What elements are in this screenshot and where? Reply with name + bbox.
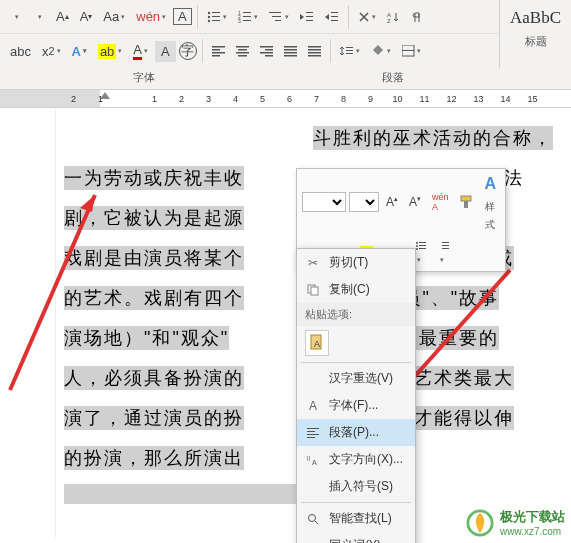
search-icon <box>305 513 321 525</box>
shading-button[interactable] <box>367 42 395 60</box>
enclose-char-button[interactable]: 字 <box>179 42 197 60</box>
decrease-indent-button[interactable] <box>296 8 318 26</box>
svg-rect-37 <box>284 52 297 54</box>
menu-insert-symbol[interactable]: 插入符号(S) <box>297 473 415 500</box>
style-name-label: 标题 <box>500 34 571 49</box>
menu-separator <box>301 502 411 503</box>
style-gallery-item[interactable]: AaBbC 标题 <box>499 0 571 68</box>
paste-options-header: 粘贴选项: <box>297 303 415 326</box>
align-center-button[interactable] <box>232 43 253 60</box>
separator <box>202 39 203 63</box>
watermark-text: 极光下载站 <box>500 508 565 526</box>
menu-smart-lookup[interactable]: 智能查找(L) <box>297 505 415 532</box>
asian-layout-button[interactable] <box>354 8 380 26</box>
svg-rect-33 <box>260 52 273 54</box>
menu-hanzi-reselect[interactable]: 汉字重选(V) <box>297 365 415 392</box>
clear-formatting-button[interactable]: abc <box>6 41 35 62</box>
menu-text-direction[interactable]: ||A文字方向(X)... <box>297 446 415 473</box>
mini-shrink-font[interactable]: A▾ <box>405 192 425 212</box>
paste-keep-text-icon[interactable]: A <box>305 330 329 356</box>
svg-rect-24 <box>212 49 220 51</box>
menu-separator <box>301 362 411 363</box>
paragraph-lines-icon <box>305 428 321 438</box>
paragraph-group-label: 段落 <box>288 70 498 85</box>
svg-text:3: 3 <box>238 18 241 23</box>
char-shading-button[interactable]: A <box>155 41 176 62</box>
font-color-button[interactable]: A <box>129 39 152 63</box>
align-justify-button[interactable] <box>280 43 301 60</box>
multilevel-list-button[interactable] <box>265 8 293 26</box>
svg-rect-51 <box>419 242 426 243</box>
svg-rect-16 <box>306 16 313 17</box>
svg-text:A: A <box>314 339 320 349</box>
svg-rect-39 <box>308 46 321 48</box>
align-distribute-button[interactable] <box>304 43 325 60</box>
menu-synonyms[interactable]: 同义词(Y)▸ <box>297 532 415 543</box>
svg-rect-15 <box>306 12 313 13</box>
svg-text:Z: Z <box>387 18 391 23</box>
mini-styles-label: 样式 <box>485 201 495 230</box>
bullets-button[interactable] <box>203 8 231 26</box>
svg-rect-27 <box>236 46 249 48</box>
watermark-logo-icon <box>466 509 494 537</box>
separator <box>197 5 198 29</box>
sort-button[interactable]: AZ <box>383 8 403 26</box>
font-group-label: 字体 <box>0 70 288 85</box>
svg-rect-32 <box>265 49 273 51</box>
mini-format-painter[interactable] <box>455 192 477 212</box>
svg-rect-13 <box>272 16 281 17</box>
svg-rect-38 <box>284 55 297 57</box>
menu-font[interactable]: A字体(F)... <box>297 392 415 419</box>
svg-rect-42 <box>308 55 321 57</box>
svg-rect-1 <box>212 12 220 13</box>
svg-rect-34 <box>265 55 273 57</box>
mini-phonetic[interactable]: wénA <box>428 189 453 215</box>
font-size-dropdown[interactable] <box>29 10 49 24</box>
watermark: 极光下载站 www.xz7.com <box>466 508 565 537</box>
svg-rect-41 <box>308 52 321 54</box>
strikethrough-button[interactable]: x2 <box>38 41 65 62</box>
svg-rect-66 <box>307 437 315 438</box>
svg-rect-12 <box>269 12 281 13</box>
char-border-button[interactable]: A <box>173 8 192 25</box>
grow-font-button[interactable]: A▴ <box>52 6 73 27</box>
svg-text:||: || <box>307 455 311 461</box>
svg-rect-18 <box>331 12 338 13</box>
align-right-button[interactable] <box>256 43 277 60</box>
change-case-button[interactable]: Aa <box>99 6 129 27</box>
svg-rect-53 <box>419 245 426 246</box>
numbering-button[interactable]: 123 <box>234 8 262 26</box>
mini-styles-button[interactable]: A <box>480 172 500 196</box>
svg-rect-9 <box>243 16 251 17</box>
menu-cut[interactable]: ✂剪切(T) <box>297 249 415 276</box>
line-spacing-button[interactable] <box>336 42 364 60</box>
svg-rect-47 <box>402 50 414 51</box>
text-effects-button[interactable]: A <box>68 41 91 62</box>
highlight-button[interactable]: ab <box>94 41 126 62</box>
align-left-button[interactable] <box>208 43 229 60</box>
menu-copy[interactable]: 复制(C) <box>297 276 415 303</box>
increase-indent-button[interactable] <box>321 8 343 26</box>
mini-font-size[interactable] <box>349 192 379 212</box>
svg-rect-17 <box>306 20 313 21</box>
show-marks-button[interactable] <box>406 8 426 26</box>
svg-rect-57 <box>442 245 449 246</box>
mini-font-family[interactable] <box>302 192 346 212</box>
mini-numbering[interactable] <box>434 238 454 268</box>
phonetic-guide-button[interactable]: wén <box>132 6 170 27</box>
menu-paragraph[interactable]: 段落(P)... <box>297 419 415 446</box>
svg-rect-65 <box>307 434 319 435</box>
text-direction-icon: ||A <box>305 454 321 466</box>
svg-rect-20 <box>331 20 338 21</box>
svg-rect-23 <box>212 46 225 48</box>
borders-button[interactable] <box>398 42 425 60</box>
shrink-font-button[interactable]: A▾ <box>76 6 97 27</box>
svg-rect-28 <box>238 49 247 51</box>
svg-rect-63 <box>307 428 319 429</box>
horizontal-ruler[interactable]: 21123456789101112131415 <box>0 90 571 108</box>
svg-rect-58 <box>442 248 449 249</box>
font-family-dropdown[interactable] <box>6 10 26 24</box>
left-margin <box>0 108 56 538</box>
mini-grow-font[interactable]: A▴ <box>382 192 402 212</box>
svg-rect-7 <box>243 12 251 13</box>
